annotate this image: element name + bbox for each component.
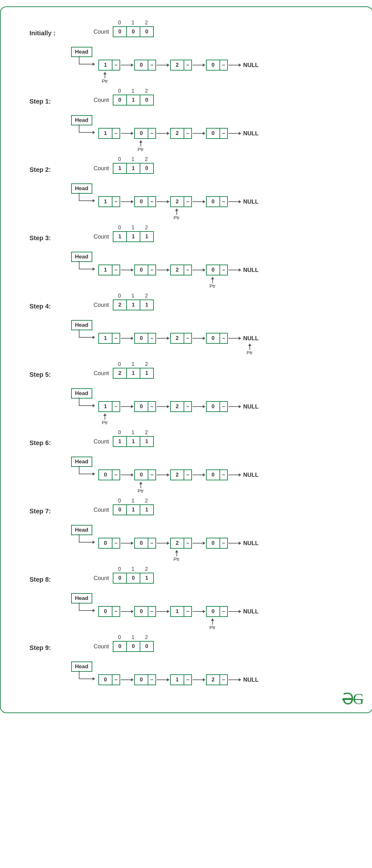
node-next-cell bbox=[148, 333, 156, 344]
svg-marker-77 bbox=[93, 540, 95, 544]
node-value: 0 bbox=[206, 128, 220, 139]
node-value: 0 bbox=[98, 674, 112, 685]
count-array: Count012011 bbox=[94, 498, 363, 515]
list-node: 0 bbox=[206, 401, 228, 412]
node-value: 0 bbox=[206, 538, 220, 549]
svg-marker-32 bbox=[239, 200, 241, 203]
svg-marker-39 bbox=[203, 268, 205, 272]
node-next-cell bbox=[148, 196, 156, 207]
linked-list: Head 1 0 Ptr 2 0 NULL bbox=[71, 112, 363, 139]
link-arrow-icon bbox=[156, 60, 170, 70]
count-array: Count012111 bbox=[94, 430, 363, 447]
node-value: 0 bbox=[134, 469, 148, 480]
node-value: 0 bbox=[206, 265, 220, 275]
node-value: 0 bbox=[134, 401, 148, 412]
linked-list: Head 1 Ptr 0 2 0 NULL bbox=[71, 385, 363, 412]
null-label: NULL bbox=[243, 540, 259, 547]
node-value: 0 bbox=[134, 265, 148, 275]
count-index: 2 bbox=[140, 634, 153, 641]
node-value: 1 bbox=[98, 196, 112, 207]
count-cell: 1 bbox=[140, 300, 154, 310]
svg-marker-66 bbox=[93, 472, 95, 475]
node-value: 1 bbox=[170, 606, 184, 617]
null-label: NULL bbox=[243, 130, 259, 136]
head-arrow-icon bbox=[81, 197, 98, 207]
list-node: 1 bbox=[98, 128, 120, 139]
count-cell: 2 bbox=[113, 368, 127, 379]
node-value: 0 bbox=[134, 128, 148, 139]
node-next-cell bbox=[183, 469, 192, 480]
node-next-cell bbox=[112, 674, 120, 685]
count-label: Count bbox=[94, 643, 109, 650]
svg-marker-44 bbox=[93, 336, 95, 339]
count-index: 2 bbox=[140, 88, 153, 95]
svg-marker-74 bbox=[203, 473, 205, 476]
count-cell: 1 bbox=[140, 368, 154, 379]
count-index: 0 bbox=[113, 88, 126, 95]
null-label: NULL bbox=[243, 403, 259, 410]
svg-marker-72 bbox=[167, 473, 169, 476]
count-index: 2 bbox=[140, 361, 153, 368]
count-cell: 1 bbox=[126, 163, 140, 174]
count-cell: 1 bbox=[126, 300, 140, 310]
link-arrow-icon bbox=[156, 470, 170, 480]
count-label: Count bbox=[94, 234, 109, 240]
svg-marker-13 bbox=[131, 132, 134, 135]
count-cell: 1 bbox=[126, 368, 140, 379]
count-index: 2 bbox=[140, 498, 153, 504]
node-next-cell bbox=[148, 265, 156, 275]
count-index: 1 bbox=[126, 361, 140, 368]
node-next-cell bbox=[183, 674, 192, 685]
null-terminator: NULL bbox=[242, 677, 259, 683]
count-cell: 0 bbox=[140, 641, 154, 652]
list-node: 0 bbox=[206, 333, 228, 344]
head-arrow-icon bbox=[81, 675, 98, 685]
svg-marker-79 bbox=[131, 541, 134, 545]
list-node: 0 bbox=[98, 469, 120, 480]
head-arrow-icon bbox=[81, 129, 98, 138]
svg-marker-61 bbox=[167, 405, 169, 408]
list-node: 0 bbox=[134, 196, 156, 207]
list-node: 2 bbox=[170, 265, 192, 275]
list-node: 0 bbox=[206, 60, 228, 70]
node-value: 0 bbox=[134, 333, 148, 344]
node-value: 0 bbox=[206, 333, 220, 344]
count-label: Count bbox=[94, 302, 109, 308]
node-value: 0 bbox=[206, 196, 220, 207]
list-node: 1 bbox=[170, 674, 192, 685]
node-value: 0 bbox=[134, 60, 148, 70]
svg-marker-10 bbox=[239, 63, 241, 67]
head-arrow-icon bbox=[81, 470, 98, 480]
svg-marker-26 bbox=[167, 200, 169, 203]
count-cell: 2 bbox=[113, 300, 127, 310]
list-node: 0 bbox=[206, 128, 228, 139]
linked-list: Head 0 0 2 Ptr 0 NULL bbox=[71, 522, 363, 549]
list-node: 0 bbox=[134, 401, 156, 412]
link-arrow-icon bbox=[120, 402, 134, 411]
svg-marker-6 bbox=[167, 63, 169, 67]
svg-marker-92 bbox=[167, 610, 169, 613]
count-index: 1 bbox=[126, 20, 140, 26]
svg-marker-96 bbox=[211, 618, 214, 621]
node-next-cell bbox=[183, 606, 192, 617]
svg-marker-50 bbox=[203, 337, 205, 340]
step-8: Step 8:Count012001Head 0 0 1 0 Ptr NULL bbox=[10, 566, 363, 617]
linked-list: Head 0 0 Ptr 2 0 NULL bbox=[71, 454, 363, 480]
step-0: Initially :Count012000Head 1 Ptr 0 2 0 N… bbox=[10, 20, 363, 70]
node-next-cell bbox=[219, 196, 228, 207]
svg-marker-83 bbox=[175, 550, 178, 553]
count-index: 0 bbox=[113, 498, 126, 504]
node-next-cell bbox=[112, 196, 120, 207]
count-cell: 0 bbox=[113, 504, 127, 515]
null-label: NULL bbox=[243, 608, 259, 615]
node-value: 0 bbox=[206, 60, 220, 70]
ptr-indicator: Ptr bbox=[137, 140, 143, 152]
count-index: 1 bbox=[126, 88, 140, 95]
count-cell: 1 bbox=[126, 231, 140, 242]
svg-marker-37 bbox=[167, 268, 169, 272]
list-node: 0 Ptr bbox=[206, 606, 228, 617]
svg-marker-24 bbox=[131, 200, 134, 203]
link-arrow-icon bbox=[120, 334, 134, 343]
link-arrow-icon bbox=[120, 60, 134, 70]
svg-marker-85 bbox=[203, 541, 205, 545]
